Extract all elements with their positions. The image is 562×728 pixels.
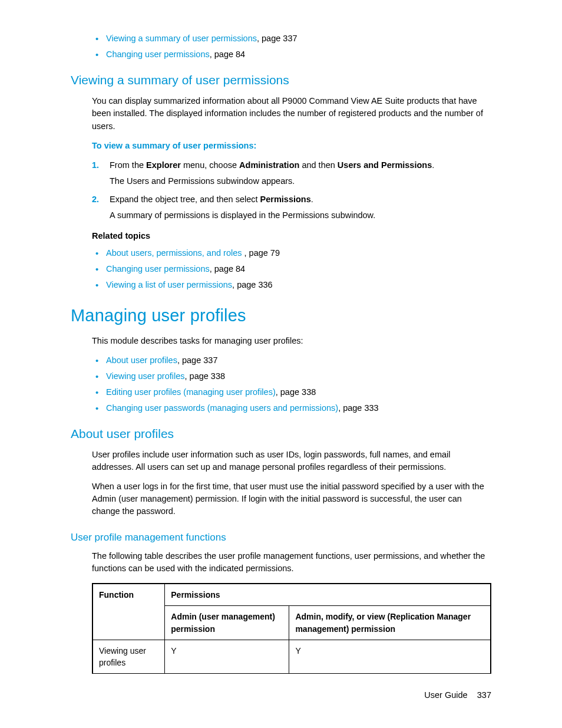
document-page: Viewing a summary of user permissions, p… [0, 0, 562, 728]
page-ref: , page 333 [338, 403, 379, 413]
paragraph: When a user logs in for the first time, … [71, 480, 491, 518]
procedure-steps: From the Explorer menu, choose Administr… [71, 159, 491, 222]
step-text: Expand the object tree, and then select [110, 195, 260, 204]
paragraph: You can display summarized information a… [71, 95, 491, 132]
xref-link[interactable]: Viewing user profiles [106, 371, 185, 381]
step-text: . [432, 160, 434, 170]
procedure-title: To view a summary of user permissions: [71, 140, 491, 152]
table-cell-col1: Y [165, 640, 289, 674]
xref-link[interactable]: Viewing a summary of user permissions [106, 34, 257, 43]
ui-term: Explorer [146, 160, 181, 170]
page-footer: User Guide 337 [424, 689, 491, 701]
heading-managing-profiles: Managing user profiles [71, 303, 491, 328]
list-item: Viewing a summary of user permissions, p… [92, 32, 491, 45]
step: From the Explorer menu, choose Administr… [92, 159, 491, 187]
list-item: Changing user permissions, page 84 [92, 263, 491, 275]
related-topics-heading: Related topics [71, 230, 491, 242]
xref-link[interactable]: Changing user permissions [106, 50, 210, 59]
xref-link[interactable]: Changing user permissions [106, 264, 210, 274]
page-ref: , page 337 [257, 34, 297, 43]
ui-term: Permissions [260, 195, 311, 204]
list-item: Viewing a list of user permissions, page… [92, 279, 491, 291]
step-result: The Users and Permissions subwindow appe… [110, 175, 491, 187]
table-cell-col2: Y [289, 640, 491, 674]
step-text: menu, choose [181, 160, 239, 170]
page-ref: , page 336 [232, 280, 273, 289]
step-text: From the [110, 160, 146, 170]
permissions-table: Function Permissions Admin (user managem… [92, 583, 491, 674]
table-row: Viewing user profiles Y Y [92, 640, 491, 674]
list-item: Editing user profiles (managing user pro… [92, 386, 491, 398]
page-ref: , page 338 [185, 371, 226, 381]
heading-about-profiles: About user profiles [71, 425, 491, 443]
xref-link[interactable]: About users, permissions, and roles [106, 248, 242, 258]
footer-page-number: 337 [477, 690, 491, 700]
xref-link[interactable]: About user profiles [106, 355, 177, 365]
table-header-col2: Admin, modify, or view (Replication Mana… [289, 606, 491, 640]
list-item: About user profiles, page 337 [92, 354, 491, 367]
page-ref: , page 84 [210, 50, 245, 59]
managing-link-list: About user profiles, page 337 Viewing us… [71, 354, 491, 414]
ui-term: Users and Permissions [338, 160, 432, 170]
table-header-permissions: Permissions [165, 584, 491, 606]
heading-functions: User profile management functions [71, 531, 491, 545]
page-ref: , page 84 [210, 264, 245, 274]
list-item: Viewing user profiles, page 338 [92, 370, 491, 383]
ui-term: Administration [239, 160, 299, 170]
footer-label: User Guide [424, 690, 467, 700]
page-ref: , page 337 [177, 355, 218, 365]
step-text: and then [299, 160, 338, 170]
list-item: About users, permissions, and roles , pa… [92, 247, 491, 259]
xref-link[interactable]: Viewing a list of user permissions [106, 280, 232, 289]
heading-viewing-summary: Viewing a summary of user permissions [71, 71, 491, 89]
table-header-col1: Admin (user management) permission [165, 606, 289, 640]
page-ref: , page 338 [276, 387, 316, 397]
list-item: Changing user permissions, page 84 [92, 48, 491, 61]
step-text: . [311, 195, 313, 204]
paragraph: This module describes tasks for managing… [71, 335, 491, 347]
paragraph: The following table describes the user p… [71, 550, 491, 575]
xref-link[interactable]: Editing user profiles (managing user pro… [106, 387, 276, 397]
table-cell-function: Viewing user profiles [92, 640, 165, 674]
top-link-list: Viewing a summary of user permissions, p… [71, 32, 491, 61]
page-ref: , page 79 [242, 248, 280, 258]
table-header-function: Function [92, 584, 165, 640]
paragraph: User profiles include user information s… [71, 449, 491, 473]
step-result: A summary of permissions is displayed in… [110, 209, 491, 222]
related-link-list: About users, permissions, and roles , pa… [71, 247, 491, 291]
xref-link[interactable]: Changing user passwords (managing users … [106, 403, 338, 413]
list-item: Changing user passwords (managing users … [92, 402, 491, 414]
step: Expand the object tree, and then select … [92, 193, 491, 222]
